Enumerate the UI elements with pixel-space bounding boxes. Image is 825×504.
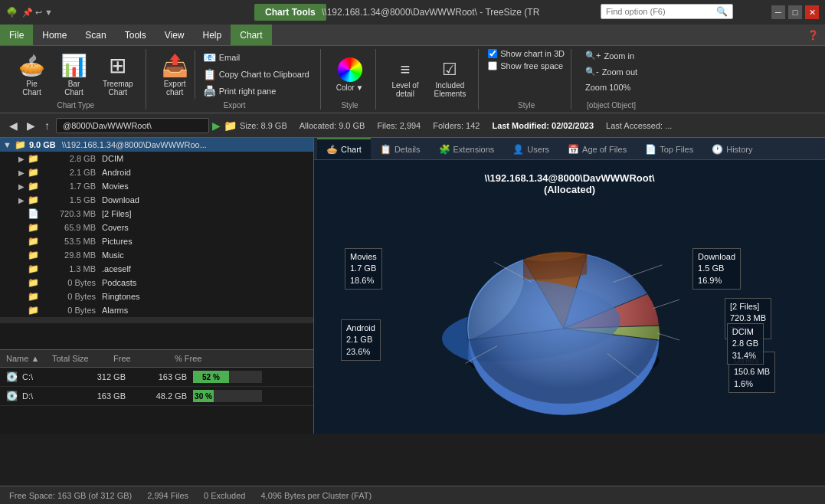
tree-item[interactable]: ▶ 📁 1.5 GB Download: [0, 193, 313, 207]
tab-chart[interactable]: 🥧 Chart: [317, 138, 371, 159]
export-buttons: 📤 Exportchart 📧 Email 📋 Copy Chart to Cl…: [156, 49, 314, 100]
show-free-space-input[interactable]: [488, 61, 497, 70]
tab-extensions-label: Extensions: [453, 145, 495, 154]
chart-tabs: 🥧 Chart 📋 Details 🧩 Extensions 👤 Users 📅…: [314, 138, 825, 160]
nav-up-button[interactable]: ↑: [41, 118, 53, 133]
show-free-space-checkbox[interactable]: Show free space: [488, 61, 563, 70]
allocated-stat-value: Allocated: 9.0 GB: [300, 121, 365, 130]
copy-chart-button[interactable]: 📋 Copy Chart to Clipboard: [198, 67, 314, 82]
tree-item[interactable]: 📁 53.5 MB Pictures: [0, 234, 313, 248]
menu-scan[interactable]: Scan: [76, 25, 115, 45]
drive-col-free[interactable]: Free: [107, 352, 169, 365]
menu-home[interactable]: Home: [33, 25, 76, 45]
tree-item[interactable]: 📁 0 Bytes Podcasts: [0, 276, 313, 290]
drive-col-name[interactable]: Name ▲: [0, 352, 46, 365]
level-icon: ≡: [401, 60, 411, 80]
status-free-space: Free Space: 163 GB (of 312 GB): [9, 491, 132, 500]
print-button[interactable]: 🖨️ Print right pane: [198, 83, 314, 99]
help-icon[interactable]: ❓: [807, 30, 819, 41]
drive-free: 163 GB: [126, 372, 187, 381]
drive-bar-bg: 30 %: [193, 390, 262, 402]
print-icon: 🖨️: [203, 85, 216, 97]
tree-item-name: Covers: [102, 223, 129, 232]
bar-chart-label: BarChart: [64, 80, 83, 97]
menu-help[interactable]: Help: [194, 25, 231, 45]
included-elements-button[interactable]: ☑ IncludedElements: [428, 57, 473, 101]
color-button[interactable]: Color ▼: [330, 54, 370, 95]
tree-root-path: \\192.168.1.34@8000\DavWWWRoo...: [62, 140, 207, 149]
files-line: [653, 299, 679, 308]
tree-arrow: ▶: [18, 155, 28, 163]
print-label: Print right pane: [219, 87, 277, 96]
menu-chart[interactable]: Chart: [231, 25, 271, 45]
ribbon-group-show: Show chart in 3D Show free space Style: [482, 49, 571, 110]
menu-tools[interactable]: Tools: [116, 25, 156, 45]
show-3d-checkbox[interactable]: Show chart in 3D: [488, 49, 565, 58]
drive-col-pct[interactable]: % Free: [169, 352, 245, 365]
tab-age-of-files[interactable]: 📅 Age of Files: [558, 138, 636, 159]
level-of-detail-button[interactable]: ≡ Level ofdetail: [385, 57, 424, 101]
menu-view[interactable]: View: [156, 25, 194, 45]
tab-extensions[interactable]: 🧩 Extensions: [430, 138, 504, 159]
tab-history[interactable]: 🕐 History: [702, 138, 761, 159]
close-button[interactable]: ✕: [805, 5, 819, 19]
tab-details-label: Details: [394, 145, 421, 154]
pie-chart-button[interactable]: 🥧 PieChart: [12, 50, 51, 100]
tree-item[interactable]: 📁 1.3 MB .aceself: [0, 262, 313, 276]
tree-item[interactable]: ▶ 📁 2.8 GB DCIM: [0, 152, 313, 165]
folders-stat: Folders: 142: [433, 121, 480, 130]
tree-folder-icon: 📁: [28, 222, 39, 233]
bar-chart-icon: 📊: [61, 53, 87, 78]
tree-scrollbar: [0, 317, 313, 323]
zoom-out-button[interactable]: 🔍- Zoom out: [581, 65, 642, 78]
show-3d-input[interactable]: [488, 49, 497, 58]
drive-total: 163 GB: [64, 391, 126, 401]
nav-path[interactable]: @8000\DavWWWRoot\: [56, 118, 209, 133]
modified-stat: Last Modified: 02/02/2023: [492, 121, 594, 130]
nav-forward-button[interactable]: ▶: [24, 118, 38, 133]
window-title: \\192.168.1.34@8000\DavWWWRoot\ - TreeSi…: [322, 7, 539, 18]
nav-play-button[interactable]: ▶: [212, 119, 221, 132]
tab-details[interactable]: 📋 Details: [371, 138, 430, 159]
find-option-search[interactable]: 🔍: [601, 4, 733, 19]
chart-type-buttons: 🥧 PieChart 📊 BarChart ⊞ TreemapChart: [12, 49, 139, 100]
drive-bar-bg: 52 %: [193, 371, 262, 383]
tree-item-size: 1.7 GB: [42, 182, 96, 191]
bar-chart-button[interactable]: 📊 BarChart: [54, 50, 93, 100]
nav-back-button[interactable]: ◀: [6, 118, 21, 133]
drive-name: C:\: [22, 372, 64, 381]
tab-chart-label: Chart: [341, 145, 362, 154]
main-content: ▼ 📁 9.0 GB \\192.168.1.34@8000\DavWWWRoo…: [0, 138, 825, 434]
tab-users[interactable]: 👤 Users: [503, 138, 558, 159]
tree-item[interactable]: 📁 65.9 MB Covers: [0, 221, 313, 234]
tree-folder-icon: 📁: [28, 236, 39, 247]
label-movies: Movies1.7 GB18.6%: [345, 248, 382, 290]
tab-age-icon: 📅: [568, 144, 579, 155]
tree-area[interactable]: ▼ 📁 9.0 GB \\192.168.1.34@8000\DavWWWRoo…: [0, 138, 313, 349]
maximize-button[interactable]: □: [788, 5, 802, 19]
zoom-in-icon: 🔍+: [585, 51, 601, 61]
tree-item[interactable]: 📁 0 Bytes Alarms: [0, 303, 313, 317]
drive-row[interactable]: 💽 D:\ 163 GB 48.2 GB 30 %: [0, 387, 313, 406]
tree-item[interactable]: 📁 0 Bytes Ringtones: [0, 290, 313, 303]
window-controls: ─ □ ✕: [771, 5, 819, 19]
drive-col-total[interactable]: Total Size: [46, 352, 107, 365]
find-input[interactable]: [606, 7, 713, 16]
tree-item[interactable]: ▶ 📁 2.1 GB Android: [0, 165, 313, 179]
style-group-label: Style: [330, 100, 370, 110]
tree-item[interactable]: 📁 29.8 MB Music: [0, 248, 313, 262]
zoom-in-button[interactable]: 🔍+ Zoom in: [581, 49, 639, 62]
tree-item[interactable]: 📄 720.3 MB [2 Files]: [0, 207, 313, 221]
tree-root-item[interactable]: ▼ 📁 9.0 GB \\192.168.1.34@8000\DavWWWRoo…: [0, 138, 313, 152]
tree-item[interactable]: ▶ 📁 1.7 GB Movies: [0, 179, 313, 193]
menu-file[interactable]: File: [0, 25, 33, 45]
treemap-chart-button[interactable]: ⊞ TreemapChart: [97, 50, 139, 100]
tab-top-label: Top Files: [660, 145, 693, 154]
tree-item-name: Ringtones: [102, 292, 140, 301]
minimize-button[interactable]: ─: [771, 5, 785, 19]
tab-details-icon: 📋: [380, 144, 391, 155]
tab-top-files[interactable]: 📄 Top Files: [636, 138, 702, 159]
export-chart-button[interactable]: 📤 Exportchart: [156, 50, 195, 100]
email-button[interactable]: 📧 Email: [198, 50, 314, 65]
drive-row[interactable]: 💽 C:\ 312 GB 163 GB 52 %: [0, 368, 313, 387]
